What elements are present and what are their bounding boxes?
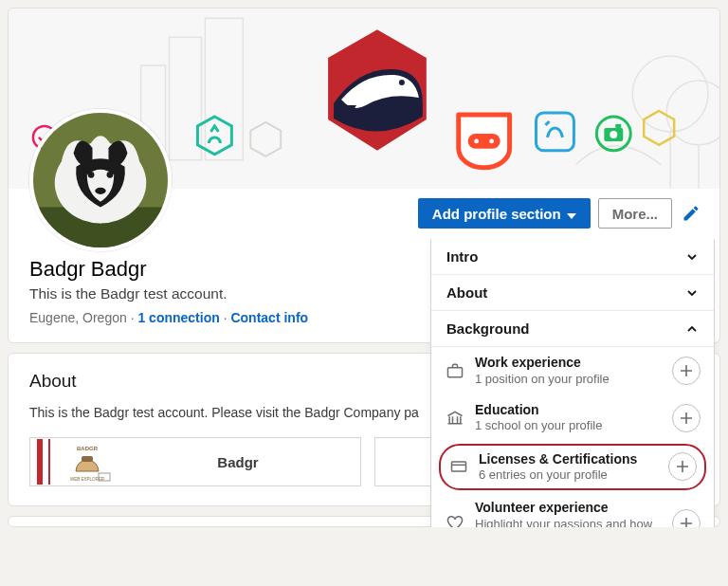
education-title: Education [475, 402, 663, 419]
background-item-education[interactable]: Education 1 school on your profile [431, 394, 714, 442]
background-item-volunteer[interactable]: Volunteer experience Highlight your pass… [431, 492, 714, 527]
add-work-button[interactable] [672, 357, 701, 385]
add-volunteer-button[interactable] [672, 509, 701, 527]
institution-icon [445, 408, 465, 429]
svg-point-19 [610, 131, 617, 138]
heart-icon [445, 513, 465, 527]
dropdown-row-about[interactable]: About [431, 275, 714, 311]
profile-location: Eugene, Oregon [29, 310, 127, 325]
svg-marker-11 [250, 122, 281, 156]
licenses-sub: 6 entries on your profile [479, 467, 659, 483]
chip-logo: BADGR WEB EXPLORER [30, 438, 116, 485]
badgr-logo-icon: BADGR WEB EXPLORER [34, 439, 112, 485]
add-licenses-button[interactable] [668, 452, 697, 481]
background-item-licenses[interactable]: Licenses & Certifications 6 entries on y… [439, 444, 706, 491]
plus-icon [680, 364, 693, 377]
dropdown-row-intro[interactable]: Intro [431, 239, 714, 275]
work-sub: 1 position on your profile [475, 372, 663, 387]
svg-rect-12 [468, 134, 500, 149]
svg-point-26 [107, 172, 114, 178]
featured-chip[interactable]: BADGR WEB EXPLORER Badgr [29, 437, 361, 486]
education-sub: 1 school on your profile [475, 418, 663, 433]
add-section-dropdown: Intro About Background Work experience 1… [430, 239, 715, 527]
plus-icon [680, 412, 693, 425]
briefcase-icon [445, 360, 465, 381]
dropdown-intro-label: Intro [446, 248, 478, 265]
svg-rect-31 [82, 456, 93, 462]
background-item-work[interactable]: Work experience 1 position on your profi… [431, 347, 714, 394]
dropdown-about-label: About [446, 284, 487, 301]
chevron-up-icon [685, 322, 699, 336]
svg-rect-20 [615, 124, 621, 128]
volunteer-title: Volunteer experience [475, 500, 663, 517]
plus-icon [676, 460, 689, 473]
plus-icon [680, 517, 693, 527]
contact-info-link[interactable]: Contact info [230, 310, 308, 325]
svg-marker-10 [197, 117, 231, 155]
svg-rect-36 [452, 462, 466, 471]
licenses-title: Licenses & Certifications [479, 451, 659, 468]
featured-chip-partial[interactable] [374, 437, 431, 486]
chip-label: Badgr [116, 454, 360, 470]
volunteer-sub: Highlight your passions and how you like… [475, 517, 663, 527]
work-title: Work experience [475, 355, 663, 372]
svg-line-16 [545, 121, 549, 125]
svg-point-13 [474, 138, 479, 143]
svg-text:BADGR: BADGR [77, 446, 99, 451]
svg-rect-35 [448, 368, 463, 377]
chevron-down-icon [685, 286, 699, 300]
svg-point-25 [88, 172, 95, 178]
chevron-down-icon [685, 250, 699, 264]
add-education-button[interactable] [672, 404, 701, 432]
certificate-icon [448, 456, 469, 477]
connections-link[interactable]: 1 connection [137, 310, 219, 325]
dropdown-background-label: Background [446, 320, 530, 337]
svg-point-8 [399, 80, 405, 85]
dropdown-row-background[interactable]: Background [431, 311, 714, 347]
svg-rect-15 [537, 113, 574, 151]
svg-point-14 [489, 138, 494, 143]
